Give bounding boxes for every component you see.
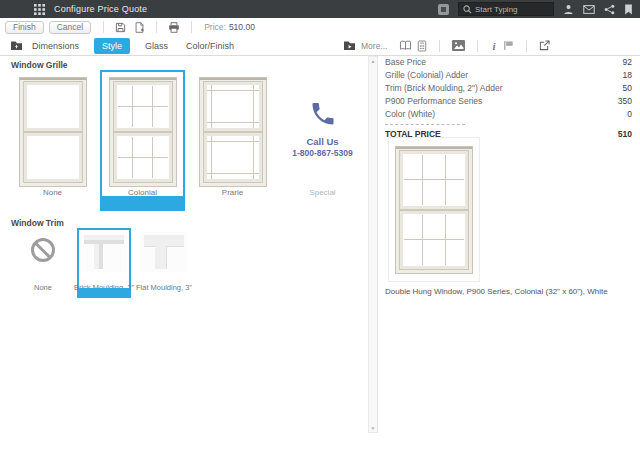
trim-option-brick-moulding[interactable]: Brick Moulding, 2"	[77, 228, 131, 298]
more-button[interactable]: More...	[361, 41, 387, 51]
price-row-value: 350	[618, 96, 632, 109]
grille-option-label: Prarie	[190, 188, 275, 197]
trim-section-title: Window Trim	[11, 218, 64, 228]
right-panel-scrollbar[interactable]: ▲ ▼	[368, 56, 378, 433]
brick-moulding-thumbnail	[81, 232, 127, 272]
image-icon[interactable]	[452, 40, 465, 51]
grille-option-label: Special	[280, 188, 365, 197]
finish-button[interactable]: Finish	[5, 21, 44, 34]
divider	[526, 40, 527, 52]
book-icon[interactable]	[399, 40, 412, 51]
divider	[191, 21, 192, 33]
no-trim-icon	[31, 238, 55, 262]
total-divider	[385, 124, 465, 125]
price-row-value: 92	[623, 57, 632, 70]
call-us-phone: 1-800-867-5309	[282, 148, 363, 158]
grille-section-title: Window Grille	[11, 60, 68, 70]
window-thumbnail-colonial	[109, 77, 177, 187]
top-sash	[23, 81, 83, 132]
price-row-label: Base Price	[385, 57, 426, 70]
scroll-down-arrow[interactable]: ▼	[371, 424, 376, 432]
price-row: Grille (Colonial) Adder 18	[385, 70, 632, 83]
tabbar: Dimensions Style Glass Color/Finish More…	[0, 36, 640, 56]
cancel-button[interactable]: Cancel	[49, 21, 91, 34]
grille-option-special[interactable]: Call Us 1-800-867-5309 Special	[280, 70, 365, 211]
price-display: Price:510.00	[204, 22, 255, 32]
flat-moulding-thumbnail	[141, 232, 187, 272]
tab-color-finish[interactable]: Color/Finish	[186, 41, 234, 51]
price-row: Trim (Brick Moulding, 2") Adder 50	[385, 83, 632, 96]
price-row-label: P900 Performance Series	[385, 96, 482, 109]
preview-caption: Double Hung Window, P900 Series, Colonia…	[385, 287, 608, 296]
top-sash	[203, 81, 263, 132]
mail-icon[interactable]	[583, 5, 595, 14]
print-icon[interactable]	[168, 22, 180, 33]
info-icon[interactable]: i	[490, 41, 497, 51]
price-row-value: 0	[627, 109, 632, 122]
price-row-value: 18	[623, 70, 632, 83]
trim-option-flat-moulding[interactable]: Flat Moulding, 3"	[137, 228, 191, 298]
divider	[477, 40, 478, 52]
tab-style[interactable]: Style	[94, 38, 130, 54]
topbar-right-cluster	[438, 2, 633, 16]
price-row: Base Price 92	[385, 57, 632, 70]
pricing-panel: Base Price 92 Grille (Colonial) Adder 18…	[385, 57, 632, 139]
trim-option-label: Flat Moulding, 3"	[125, 283, 203, 292]
tab-dimensions[interactable]: Dimensions	[32, 41, 79, 51]
search-input[interactable]	[475, 5, 549, 14]
selected-indicator	[79, 288, 129, 296]
window-thumbnail-none	[19, 77, 87, 187]
bottom-sash	[203, 131, 263, 183]
app-title: Configure Price Quote	[54, 4, 147, 14]
top-sash	[113, 81, 173, 132]
phone-icon	[309, 100, 337, 128]
bottom-sash	[113, 131, 173, 183]
user-icon[interactable]	[563, 4, 574, 15]
grille-option-prarie[interactable]: Prarie	[190, 70, 275, 211]
action-toolbar: Finish Cancel Price:510.00	[0, 18, 640, 36]
product-preview	[388, 137, 480, 282]
bottom-sash	[23, 131, 83, 183]
divider	[439, 40, 440, 52]
price-row-label: Grille (Colonial) Adder	[385, 70, 468, 83]
top-sash	[399, 150, 469, 210]
search-box[interactable]	[458, 2, 554, 16]
search-icon	[463, 5, 472, 14]
tab-glass[interactable]: Glass	[145, 41, 168, 51]
bookmark-icon[interactable]	[624, 4, 633, 15]
folder-icon[interactable]	[10, 40, 23, 51]
new-document-icon[interactable]	[134, 22, 145, 33]
call-us-text: Call Us	[282, 136, 363, 147]
panel-toggle-icon[interactable]	[438, 4, 449, 15]
divider	[103, 21, 104, 33]
price-row-label: Trim (Brick Moulding, 2") Adder	[385, 83, 503, 96]
tab-tools: More... i	[343, 36, 550, 55]
app-window: Configure Price Quote Fin	[0, 0, 640, 476]
price-row: Color (White) 0	[385, 109, 632, 122]
share-icon[interactable]	[604, 4, 615, 15]
app-launcher-icon[interactable]	[34, 4, 45, 15]
price-label: Price:	[204, 22, 226, 32]
bottom-sash	[399, 209, 469, 270]
price-row-value: 50	[623, 83, 632, 96]
price-value: 510.00	[229, 22, 255, 32]
grille-option-colonial[interactable]: Colonial	[100, 70, 185, 211]
window-thumbnail-prairie	[199, 77, 267, 187]
grille-option-none[interactable]: None	[10, 70, 95, 211]
save-icon[interactable]	[115, 22, 126, 33]
divider	[156, 21, 157, 33]
price-row: P900 Performance Series 350	[385, 96, 632, 109]
external-link-icon[interactable]	[539, 40, 550, 51]
grille-option-label: None	[10, 188, 95, 197]
price-row-label: Color (White)	[385, 109, 435, 122]
trim-option-none[interactable]: None	[16, 228, 70, 298]
selected-indicator	[102, 196, 183, 209]
calculator-icon[interactable]	[417, 40, 427, 52]
flag-icon[interactable]	[503, 40, 514, 51]
topbar: Configure Price Quote	[0, 0, 640, 18]
total-value: 510	[618, 129, 632, 139]
folder-play-icon[interactable]	[343, 40, 356, 51]
scroll-up-arrow[interactable]: ▲	[371, 57, 376, 65]
preview-window-image	[395, 146, 473, 274]
